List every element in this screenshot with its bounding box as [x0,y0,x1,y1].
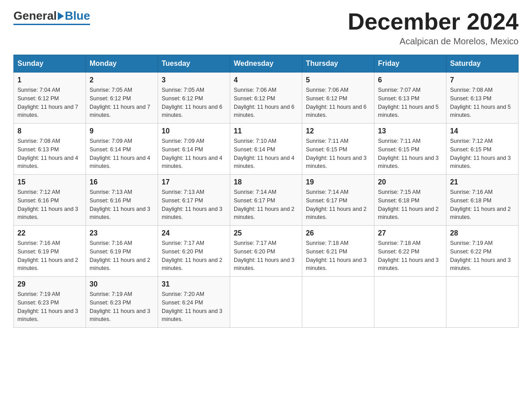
title-block: December 2024 Acalpican de Morelos, Mexi… [348,9,519,47]
day-info: Sunrise: 7:15 AMSunset: 6:18 PMDaylight:… [378,188,442,222]
day-number: 30 [90,280,154,288]
day-number: 10 [162,127,226,135]
calendar-cell: 16Sunrise: 7:13 AMSunset: 6:16 PMDayligh… [86,175,158,226]
day-number: 4 [234,76,298,84]
day-number: 16 [90,178,154,186]
day-info: Sunrise: 7:20 AMSunset: 6:24 PMDaylight:… [162,290,226,324]
day-info: Sunrise: 7:13 AMSunset: 6:16 PMDaylight:… [90,188,154,222]
day-number: 11 [234,127,298,135]
day-info: Sunrise: 7:12 AMSunset: 6:15 PMDaylight:… [450,137,515,171]
day-info: Sunrise: 7:11 AMSunset: 6:15 PMDaylight:… [306,137,370,171]
calendar-cell: 15Sunrise: 7:12 AMSunset: 6:16 PMDayligh… [14,175,86,226]
calendar-cell: 22Sunrise: 7:16 AMSunset: 6:19 PMDayligh… [14,226,86,277]
weekday-header-thursday: Thursday [302,55,374,73]
day-number: 22 [17,229,82,237]
weekday-header-friday: Friday [374,55,446,73]
day-info: Sunrise: 7:08 AMSunset: 6:13 PMDaylight:… [17,137,82,171]
day-info: Sunrise: 7:04 AMSunset: 6:12 PMDaylight:… [17,86,82,120]
day-number: 28 [450,229,515,237]
day-number: 1 [17,76,82,84]
day-number: 29 [17,280,82,288]
day-info: Sunrise: 7:05 AMSunset: 6:12 PMDaylight:… [90,86,154,120]
day-number: 14 [450,127,515,135]
day-number: 31 [162,280,226,288]
calendar-cell: 3Sunrise: 7:05 AMSunset: 6:12 PMDaylight… [158,73,230,124]
day-info: Sunrise: 7:05 AMSunset: 6:12 PMDaylight:… [162,86,226,120]
weekday-header-sunday: Sunday [14,55,86,73]
day-number: 24 [162,229,226,237]
day-number: 2 [90,76,154,84]
calendar-cell: 8Sunrise: 7:08 AMSunset: 6:13 PMDaylight… [14,124,86,175]
day-info: Sunrise: 7:10 AMSunset: 6:14 PMDaylight:… [234,137,298,171]
calendar-cell: 1Sunrise: 7:04 AMSunset: 6:12 PMDaylight… [14,73,86,124]
day-info: Sunrise: 7:09 AMSunset: 6:14 PMDaylight:… [162,137,226,171]
week-row-5: 29Sunrise: 7:19 AMSunset: 6:23 PMDayligh… [14,277,519,328]
calendar-cell: 13Sunrise: 7:11 AMSunset: 6:15 PMDayligh… [374,124,446,175]
calendar-cell: 9Sunrise: 7:09 AMSunset: 6:14 PMDaylight… [86,124,158,175]
calendar-cell: 2Sunrise: 7:05 AMSunset: 6:12 PMDaylight… [86,73,158,124]
day-info: Sunrise: 7:16 AMSunset: 6:19 PMDaylight:… [17,239,82,273]
week-row-1: 1Sunrise: 7:04 AMSunset: 6:12 PMDaylight… [14,73,519,124]
day-info: Sunrise: 7:18 AMSunset: 6:22 PMDaylight:… [378,239,442,273]
day-info: Sunrise: 7:17 AMSunset: 6:20 PMDaylight:… [162,239,226,273]
day-info: Sunrise: 7:13 AMSunset: 6:17 PMDaylight:… [162,188,226,222]
calendar-cell: 26Sunrise: 7:18 AMSunset: 6:21 PMDayligh… [302,226,374,277]
day-number: 25 [234,229,298,237]
weekday-header-monday: Monday [86,55,158,73]
day-number: 5 [306,76,370,84]
day-number: 15 [17,178,82,186]
weekday-header-tuesday: Tuesday [158,55,230,73]
calendar-cell: 10Sunrise: 7:09 AMSunset: 6:14 PMDayligh… [158,124,230,175]
day-number: 12 [306,127,370,135]
day-info: Sunrise: 7:12 AMSunset: 6:16 PMDaylight:… [17,188,82,222]
day-number: 8 [17,127,82,135]
calendar-cell: 29Sunrise: 7:19 AMSunset: 6:23 PMDayligh… [14,277,86,328]
calendar-cell: 19Sunrise: 7:14 AMSunset: 6:17 PMDayligh… [302,175,374,226]
calendar-cell: 21Sunrise: 7:16 AMSunset: 6:18 PMDayligh… [446,175,519,226]
day-info: Sunrise: 7:11 AMSunset: 6:15 PMDaylight:… [378,137,442,171]
day-info: Sunrise: 7:19 AMSunset: 6:22 PMDaylight:… [450,239,515,273]
day-number: 3 [162,76,226,84]
day-number: 21 [450,178,515,186]
day-info: Sunrise: 7:19 AMSunset: 6:23 PMDaylight:… [17,290,82,324]
logo-arrow-icon [58,12,64,20]
day-number: 6 [378,76,442,84]
day-info: Sunrise: 7:06 AMSunset: 6:12 PMDaylight:… [234,86,298,120]
day-info: Sunrise: 7:18 AMSunset: 6:21 PMDaylight:… [306,239,370,273]
day-info: Sunrise: 7:16 AMSunset: 6:18 PMDaylight:… [450,188,515,222]
calendar-cell: 24Sunrise: 7:17 AMSunset: 6:20 PMDayligh… [158,226,230,277]
calendar-cell: 11Sunrise: 7:10 AMSunset: 6:14 PMDayligh… [230,124,302,175]
day-number: 23 [90,229,154,237]
day-info: Sunrise: 7:16 AMSunset: 6:19 PMDaylight:… [90,239,154,273]
day-info: Sunrise: 7:14 AMSunset: 6:17 PMDaylight:… [234,188,298,222]
calendar-cell [446,277,519,328]
day-number: 7 [450,76,515,84]
day-number: 20 [378,178,442,186]
calendar-cell: 18Sunrise: 7:14 AMSunset: 6:17 PMDayligh… [230,175,302,226]
calendar-cell: 7Sunrise: 7:08 AMSunset: 6:13 PMDaylight… [446,73,519,124]
calendar-cell: 25Sunrise: 7:17 AMSunset: 6:20 PMDayligh… [230,226,302,277]
day-info: Sunrise: 7:14 AMSunset: 6:17 PMDaylight:… [306,188,370,222]
day-info: Sunrise: 7:06 AMSunset: 6:12 PMDaylight:… [306,86,370,120]
calendar-cell [374,277,446,328]
logo-general-text: General [13,9,57,23]
calendar-cell: 17Sunrise: 7:13 AMSunset: 6:17 PMDayligh… [158,175,230,226]
logo: General Blue [13,9,90,25]
day-info: Sunrise: 7:07 AMSunset: 6:13 PMDaylight:… [378,86,442,120]
calendar-cell [230,277,302,328]
calendar-cell: 14Sunrise: 7:12 AMSunset: 6:15 PMDayligh… [446,124,519,175]
location-subtitle: Acalpican de Morelos, Mexico [348,36,519,47]
calendar-cell [302,277,374,328]
day-number: 26 [306,229,370,237]
day-number: 9 [90,127,154,135]
weekday-header-wednesday: Wednesday [230,55,302,73]
calendar-cell: 31Sunrise: 7:20 AMSunset: 6:24 PMDayligh… [158,277,230,328]
day-number: 17 [162,178,226,186]
day-info: Sunrise: 7:08 AMSunset: 6:13 PMDaylight:… [450,86,515,120]
day-number: 19 [306,178,370,186]
calendar-cell: 30Sunrise: 7:19 AMSunset: 6:23 PMDayligh… [86,277,158,328]
day-info: Sunrise: 7:17 AMSunset: 6:20 PMDaylight:… [234,239,298,273]
calendar-cell: 12Sunrise: 7:11 AMSunset: 6:15 PMDayligh… [302,124,374,175]
week-row-2: 8Sunrise: 7:08 AMSunset: 6:13 PMDaylight… [14,124,519,175]
week-row-4: 22Sunrise: 7:16 AMSunset: 6:19 PMDayligh… [14,226,519,277]
